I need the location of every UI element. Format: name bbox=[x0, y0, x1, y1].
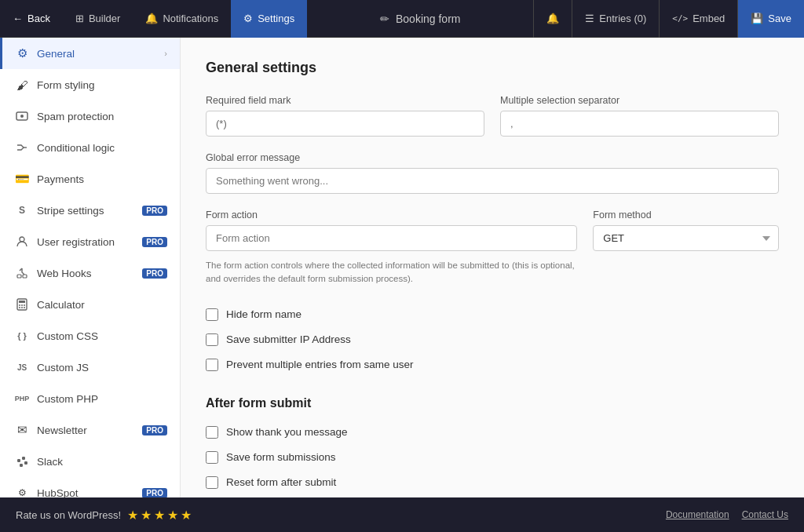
save-ip-checkbox[interactable] bbox=[206, 333, 218, 346]
star-rating: ★ ★ ★ ★ ★ bbox=[127, 508, 192, 523]
documentation-link[interactable]: Documentation bbox=[666, 509, 729, 520]
sidebar-item-general[interactable]: ⚙ General › bbox=[0, 38, 180, 69]
builder-button[interactable]: Builder bbox=[63, 0, 133, 38]
separator-group: Multiple selection separator bbox=[500, 95, 779, 137]
error-message-input[interactable] bbox=[206, 168, 779, 194]
bell-icon bbox=[145, 13, 158, 24]
prevent-multiple-label: Prevent multiple entries from same user bbox=[226, 359, 414, 370]
content-area: General settings Required field mark Mul… bbox=[181, 38, 804, 497]
sidebar-label-custom-js: Custom JS bbox=[37, 362, 167, 373]
svg-point-7 bbox=[19, 304, 20, 306]
back-label: Back bbox=[27, 13, 50, 24]
error-message-group: Global error message bbox=[206, 152, 779, 194]
star-2: ★ bbox=[141, 508, 152, 523]
spam-icon bbox=[15, 109, 29, 123]
builder-icon bbox=[75, 13, 84, 24]
entries-button[interactable]: ☰ Entries (0) bbox=[572, 0, 659, 38]
custom-php-icon: PHP bbox=[15, 392, 29, 406]
user-reg-icon bbox=[15, 235, 29, 249]
sidebar-item-user-reg[interactable]: User registration PRO bbox=[0, 226, 180, 257]
sidebar-item-conditional-logic[interactable]: Conditional logic bbox=[0, 132, 180, 163]
newsletter-pro-badge: PRO bbox=[142, 425, 167, 435]
hubspot-icon: ⚙ bbox=[15, 486, 29, 497]
svg-point-10 bbox=[19, 307, 20, 308]
checkbox-reset-form: Reset form after submit bbox=[206, 470, 779, 495]
sidebar-label-newsletter: Newsletter bbox=[37, 425, 131, 436]
row-error-message: Global error message bbox=[206, 152, 779, 194]
save-label: Save bbox=[768, 13, 791, 24]
sidebar-item-custom-js[interactable]: JS Custom JS bbox=[0, 352, 180, 383]
reset-form-label: Reset form after submit bbox=[226, 476, 336, 488]
hide-form-name-label: Hide form name bbox=[226, 308, 302, 320]
sidebar-item-newsletter[interactable]: ✉ Newsletter PRO bbox=[0, 414, 180, 446]
save-button[interactable]: 💾 Save bbox=[737, 0, 804, 38]
form-method-label: Form method bbox=[593, 210, 779, 220]
embed-label: Embed bbox=[693, 13, 725, 24]
stripe-icon: S bbox=[15, 203, 29, 217]
sidebar-label-spam-protection: Spam protection bbox=[37, 111, 167, 122]
checkboxes-section: Hide form name Save submitter IP Address… bbox=[206, 302, 779, 377]
sidebar-item-hubspot[interactable]: ⚙ HubSpot PRO bbox=[0, 477, 180, 497]
svg-rect-14 bbox=[24, 461, 27, 465]
separator-label: Multiple selection separator bbox=[500, 95, 779, 106]
svg-point-2 bbox=[20, 237, 24, 242]
svg-point-12 bbox=[24, 307, 25, 308]
sidebar-item-payments[interactable]: 💳 Payments bbox=[0, 163, 180, 195]
form-method-group: Form method GET POST bbox=[593, 210, 779, 286]
rate-text: Rate us on WordPress! bbox=[16, 509, 121, 521]
required-field-label: Required field mark bbox=[206, 95, 484, 106]
sidebar-item-slack[interactable]: Slack bbox=[0, 446, 180, 477]
payments-icon: 💳 bbox=[15, 172, 29, 186]
sidebar-label-custom-php: Custom PHP bbox=[37, 393, 167, 405]
footer-links: Documentation Contact Us bbox=[666, 509, 788, 520]
form-action-input[interactable] bbox=[206, 225, 577, 251]
svg-rect-15 bbox=[20, 464, 23, 467]
prevent-multiple-checkbox[interactable] bbox=[206, 359, 218, 371]
entries-icon: ☰ bbox=[585, 13, 594, 24]
show-thank-you-checkbox[interactable] bbox=[206, 426, 218, 439]
sidebar-item-custom-css[interactable]: { } Custom CSS bbox=[0, 320, 180, 352]
separator-input[interactable] bbox=[500, 111, 779, 137]
sidebar-item-form-styling[interactable]: 🖌 Form styling bbox=[0, 69, 180, 100]
svg-rect-6 bbox=[19, 301, 25, 303]
row-form-action: Form action The form action controls whe… bbox=[206, 210, 779, 286]
embed-button[interactable]: </> Embed bbox=[659, 0, 737, 38]
star-5: ★ bbox=[181, 508, 192, 523]
notifications-button[interactable]: Notifications bbox=[133, 0, 231, 38]
svg-rect-4 bbox=[23, 275, 27, 278]
back-button[interactable]: Back bbox=[0, 0, 63, 38]
hide-form-name-checkbox[interactable] bbox=[206, 308, 218, 321]
svg-point-11 bbox=[21, 307, 23, 308]
hubspot-pro-badge: PRO bbox=[142, 488, 167, 498]
sidebar-label-stripe: Stripe settings bbox=[37, 205, 131, 217]
star-1: ★ bbox=[127, 508, 138, 523]
custom-js-icon: JS bbox=[15, 360, 29, 374]
bell-alert-icon: 🔔 bbox=[546, 13, 559, 24]
sidebar-item-custom-php[interactable]: PHP Custom PHP bbox=[0, 383, 180, 414]
sidebar-item-webhooks[interactable]: Web Hooks PRO bbox=[0, 257, 180, 289]
form-styling-icon: 🖌 bbox=[15, 78, 29, 92]
contact-link[interactable]: Contact Us bbox=[742, 509, 788, 520]
notifications-label: Notifications bbox=[163, 13, 218, 24]
svg-rect-3 bbox=[17, 275, 21, 278]
sidebar-label-webhooks: Web Hooks bbox=[37, 268, 131, 279]
save-submissions-label: Save form submissions bbox=[226, 451, 336, 463]
save-submissions-checkbox[interactable] bbox=[206, 451, 218, 464]
main-layout: ⚙ General › 🖌 Form styling Spam protecti… bbox=[0, 38, 804, 497]
sidebar-item-spam-protection[interactable]: Spam protection bbox=[0, 100, 180, 132]
back-icon bbox=[13, 13, 23, 24]
chevron-icon: › bbox=[164, 49, 167, 58]
bell-alert-button[interactable]: 🔔 bbox=[533, 0, 572, 38]
checkbox-save-ip: Save submitter IP Address bbox=[206, 327, 779, 352]
conditional-icon bbox=[15, 140, 29, 155]
row-required-separator: Required field mark Multiple selection s… bbox=[206, 95, 779, 137]
required-field-input[interactable] bbox=[206, 111, 484, 137]
save-icon: 💾 bbox=[751, 13, 763, 24]
sidebar-label-conditional: Conditional logic bbox=[37, 142, 167, 154]
sidebar-item-calculator[interactable]: Calculator bbox=[0, 289, 180, 320]
custom-css-icon: { } bbox=[15, 329, 29, 343]
reset-form-checkbox[interactable] bbox=[206, 476, 218, 489]
settings-button[interactable]: Settings bbox=[231, 0, 307, 38]
form-method-select[interactable]: GET POST bbox=[593, 225, 779, 251]
sidebar-item-stripe[interactable]: S Stripe settings PRO bbox=[0, 195, 180, 226]
